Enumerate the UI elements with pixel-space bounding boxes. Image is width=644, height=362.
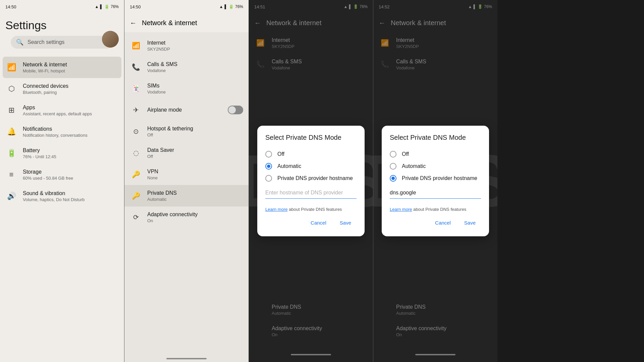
sound-icon: 🔊 (5, 190, 17, 202)
radio-label-off-4: Off (402, 151, 409, 157)
panel-dns-hostname: 14:52 ▲ ▌ 🔋 76% ← Network & internet DNS… (373, 0, 497, 362)
radio-off-3[interactable]: Off (265, 148, 357, 160)
network-text: Network & internet Mobile, Wi-Fi, hotspo… (23, 62, 119, 73)
radio-hostname-3[interactable]: Private DNS provider hostname (265, 172, 357, 184)
cancel-button-4[interactable]: Cancel (430, 217, 456, 228)
wifi-status-icon-1: ▲ (95, 4, 99, 9)
hotspot-text-2: Hotspot & tethering Off (147, 126, 243, 137)
network-item-datasaver-2[interactable]: ◌ Data Saver Off (124, 142, 249, 164)
status-bar-1: 14:50 ▲ ▌ 🔋 76% (0, 0, 124, 13)
network-item-calls-2[interactable]: 📞 Calls & SMS Vodafone (124, 56, 249, 78)
battery-percent-1: 76% (111, 4, 119, 9)
calls-subtitle-2: Vodafone (147, 68, 243, 73)
panel-network: 14:50 ▲ ▌ 🔋 76% ← Network & internet 📶 I… (124, 0, 249, 362)
sidebar-item-notifications[interactable]: 🔔 Notifications Notification history, co… (0, 121, 124, 142)
network-title: Network & internet (23, 62, 119, 68)
radio-automatic-3[interactable]: Automatic (265, 160, 357, 172)
save-button-4[interactable]: Save (459, 217, 481, 228)
dns-text-2: Private DNS Automatic (147, 190, 243, 202)
network-item-vpn-2[interactable]: 🔑 VPN None (124, 164, 249, 185)
modal-title-3: Select Private DNS Mode (265, 134, 357, 141)
radio-circle-off-4 (390, 151, 396, 158)
sidebar-item-battery[interactable]: 🔋 Battery 76% - Until 12:45 (0, 142, 124, 164)
scroll-indicator-2 (166, 358, 207, 359)
radio-circle-automatic-4 (390, 163, 396, 170)
adaptive-text-2: Adaptive connectivity On (147, 212, 243, 223)
modal-buttons-4: Cancel Save (390, 217, 481, 228)
sims-subtitle-2: Vodafone (147, 89, 243, 95)
adaptive-title-2: Adaptive connectivity (147, 212, 243, 218)
adaptive-subtitle-2: On (147, 218, 243, 223)
vpn-text-2: VPN None (147, 169, 243, 180)
notifications-text: Notifications Notification history, conv… (23, 126, 119, 138)
network-item-airplane-2[interactable]: ✈ Airplane mode (124, 99, 249, 121)
wifi-status-icon-2: ▲ (219, 4, 223, 9)
dns-subtitle-2: Automatic (147, 197, 243, 202)
internet-title-2: Internet (147, 40, 243, 46)
modal-card-4: Select Private DNS Mode Off Automatic Pr… (382, 126, 489, 236)
bluetooth-icon: ⬡ (5, 83, 17, 95)
save-button-3[interactable]: Save (334, 217, 357, 228)
network-item-hotspot-2[interactable]: ⊙ Hotspot & tethering Off (124, 121, 249, 142)
settings-header: Settings 🔍 Search settings (0, 13, 124, 54)
dns-title-2: Private DNS (147, 190, 243, 196)
dns-hostname-input-3[interactable] (265, 187, 357, 199)
battery-text: Battery 76% - Until 12:45 (23, 147, 119, 159)
sidebar-item-storage[interactable]: ≡ Storage 60% used - 50.84 GB free (0, 164, 124, 185)
modal-title-4: Select Private DNS Mode (390, 134, 481, 141)
hotspot-icon-2: ⊙ (130, 125, 142, 137)
page-title: Settings (5, 19, 119, 32)
connected-title: Connected devices (23, 83, 119, 89)
battery-subtitle: 76% - Until 12:45 (23, 154, 119, 159)
radio-label-hostname-3: Private DNS provider hostname (277, 175, 353, 181)
search-placeholder: Search settings (28, 39, 64, 45)
cancel-button-3[interactable]: Cancel (305, 217, 332, 228)
sound-text: Sound & vibration Volume, haptics, Do No… (23, 190, 119, 202)
radio-hostname-4[interactable]: Private DNS provider hostname (390, 172, 481, 184)
avatar[interactable] (102, 31, 119, 48)
time-1: 14:50 (5, 4, 16, 9)
notifications-subtitle: Notification history, conversations (23, 133, 119, 138)
dns-hostname-input-4[interactable] (390, 187, 481, 199)
learn-more-suffix-3: about Private DNS features (289, 207, 342, 212)
network-subtitle: Mobile, Wi-Fi, hotspot (23, 68, 119, 73)
status-icons-2: ▲ ▌ 🔋 76% (219, 4, 243, 9)
airplane-text-2: Airplane mode (147, 107, 222, 113)
hotspot-subtitle-2: Off (147, 132, 243, 137)
datasaver-text-2: Data Saver Off (147, 147, 243, 159)
page-title-2: Network & internet (142, 19, 197, 27)
back-button-2[interactable]: ← (130, 19, 137, 27)
learn-more-link-4[interactable]: Learn more (390, 207, 412, 212)
sims-icon-2: 🃏 (130, 82, 142, 95)
learn-more-link-3[interactable]: Learn more (265, 207, 287, 212)
sims-text-2: SIMs Vodafone (147, 83, 243, 95)
avatar-image (102, 31, 119, 48)
sims-title-2: SIMs (147, 83, 243, 89)
search-bar[interactable]: 🔍 Search settings (11, 36, 113, 49)
right-filler (497, 0, 644, 362)
search-icon: 🔍 (16, 39, 23, 46)
sidebar-item-network[interactable]: 📶 Network & internet Mobile, Wi-Fi, hots… (3, 57, 121, 78)
network-item-sims-2[interactable]: 🃏 SIMs Vodafone (124, 78, 249, 99)
learn-more-suffix-4: about Private DNS features (413, 207, 466, 212)
network-item-adaptive-2[interactable]: ⟳ Adaptive connectivity On (124, 206, 249, 228)
sidebar-item-connected[interactable]: ⬡ Connected devices Bluetooth, pairing (0, 78, 124, 100)
sidebar-item-sound[interactable]: 🔊 Sound & vibration Volume, haptics, Do … (0, 185, 124, 207)
datasaver-title-2: Data Saver (147, 147, 243, 153)
radio-label-off-3: Off (277, 151, 284, 157)
radio-label-automatic-3: Automatic (277, 163, 301, 169)
network-item-internet-2[interactable]: 📶 Internet SKY2N5DP (124, 35, 249, 56)
radio-off-4[interactable]: Off (390, 148, 481, 160)
network-item-privatedns-2[interactable]: 🔑 Private DNS Automatic (124, 185, 249, 206)
hotspot-title-2: Hotspot & tethering (147, 126, 243, 132)
status-icons-1: ▲ ▌ 🔋 76% (95, 4, 119, 9)
network-icon: 📶 (5, 61, 17, 73)
radio-automatic-4[interactable]: Automatic (390, 160, 481, 172)
airplane-icon-2: ✈ (130, 104, 142, 116)
airplane-toggle-2[interactable] (228, 106, 243, 114)
battery-icon-1: 🔋 (104, 4, 109, 9)
learn-more-4: Learn more about Private DNS features (390, 207, 481, 212)
radio-label-automatic-4: Automatic (402, 163, 426, 169)
sidebar-item-apps[interactable]: ⊞ Apps Assistant, recent apps, default a… (0, 100, 124, 121)
internet-text-2: Internet SKY2N5DP (147, 40, 243, 52)
